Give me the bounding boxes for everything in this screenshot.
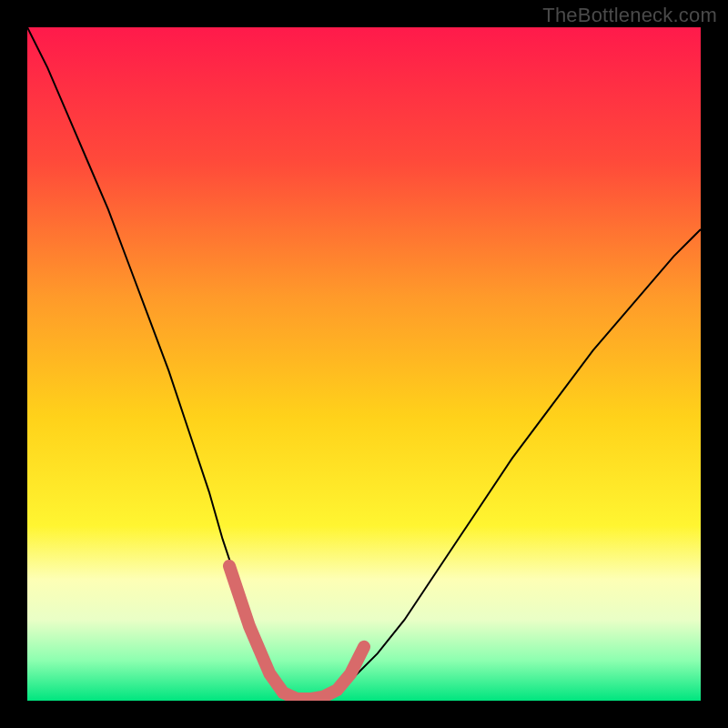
plot-area (27, 27, 701, 701)
chart-stage: TheBottleneck.com (0, 0, 728, 728)
bottleneck-curve (27, 27, 701, 700)
watermark-text: TheBottleneck.com (542, 4, 717, 27)
highlight-valley (229, 566, 364, 699)
curve-layer (27, 27, 701, 701)
